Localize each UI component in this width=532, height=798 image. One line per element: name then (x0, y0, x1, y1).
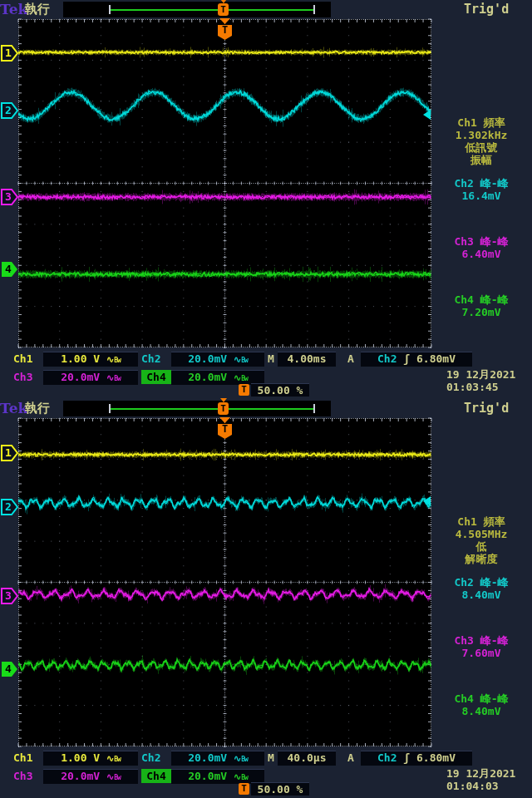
trigger-source: Ch2 (377, 751, 397, 764)
ch4-scale-value: 20.0mV (188, 371, 227, 383)
ch4-coupling-icon: ∿ (234, 372, 241, 383)
trigger-t-icon: T (239, 783, 249, 795)
acquisition-label: A (347, 751, 354, 765)
trigd-status: Trig'd (464, 2, 509, 17)
scope-screen-1: Tek 執行 T Trig'd Ch1 頻率 1.302kHz 低訊號 振幅 C… (0, 0, 532, 399)
ch4-bandwidth-icon: Bw (241, 774, 248, 781)
meas-ch2-title: Ch2 峰-峰 (432, 576, 530, 589)
ch2-bandwidth-icon: Bw (241, 357, 248, 364)
tek-logo: Tek (0, 1, 27, 17)
trigger-position-icon: T (218, 402, 229, 415)
meas-ch1-title: Ch1 頻率 (432, 515, 530, 528)
ch3-scale-box: 20.0mV ∿Bw (43, 370, 138, 385)
meas-ch1-value: 1.302kHz (432, 129, 530, 141)
ch1-bandwidth-icon: Bw (114, 756, 121, 763)
trigger-position-icon: T (218, 3, 229, 16)
meas-ch1-title: Ch1 頻率 (432, 116, 530, 129)
trigger-source: Ch2 (377, 352, 397, 365)
meas-ch2-title: Ch2 峰-峰 (432, 177, 530, 190)
record-right-bracket (313, 404, 315, 413)
trigd-status: Trig'd (464, 401, 509, 416)
meas-ch3-value: 7.60mV (432, 647, 530, 659)
meas-ch2-value: 16.4mV (432, 190, 530, 202)
oscilloscope-screenshots: Tek 執行 T Trig'd Ch1 頻率 1.302kHz 低訊號 振幅 C… (0, 0, 532, 798)
run-status-label: 執行 (25, 2, 50, 17)
meas-ch1-warn2: 解晰度 (432, 553, 530, 565)
time-readout: 01:03:45 (446, 380, 499, 394)
meas-ch3-title: Ch3 峰-峰 (432, 634, 530, 647)
trigger-slope-icon: ʃ (403, 751, 410, 764)
meas-ch4-title: Ch4 峰-峰 (432, 692, 530, 705)
meas-ch1-warn2: 振幅 (432, 154, 530, 166)
trigger-readout-box: Ch2 ʃ 6.80mV (361, 751, 472, 766)
ch3-bandwidth-icon: Bw (114, 375, 121, 382)
timebase-value: 40.0µs (278, 751, 336, 766)
ch1-coupling-icon: ∿ (106, 753, 114, 764)
meas-ch4-value: 7.20mV (432, 306, 530, 318)
meas-ch2-value: 8.40mV (432, 589, 530, 601)
ch3-readout-label: Ch3 (13, 370, 32, 384)
record-view-line (110, 408, 315, 410)
ch1-scale-box: 1.00 V ∿Bw (43, 751, 138, 766)
tek-logo: Tek (0, 400, 27, 416)
ch2-readout-label: Ch2 (141, 352, 160, 366)
ch1-bandwidth-icon: Bw (114, 357, 121, 364)
ch3-bandwidth-icon: Bw (114, 774, 121, 781)
meas-ch4-title: Ch4 峰-峰 (432, 293, 530, 306)
trigger-level: 6.80mV (416, 751, 456, 764)
trigger-slope-icon: ʃ (403, 352, 410, 365)
ch2-scale-value: 20.0mV (188, 751, 227, 764)
ch1-scale-box: 1.00 V ∿Bw (43, 352, 138, 367)
ch3-readout-label: Ch3 (13, 769, 32, 783)
ch2-bandwidth-icon: Bw (241, 756, 248, 763)
ch1-scale-value: 1.00 V (61, 352, 100, 365)
ch1-readout-label: Ch1 (13, 352, 32, 366)
timebase-label: M (268, 352, 274, 366)
trigger-position-percent: 50.00 % (251, 782, 309, 796)
ch4-coupling-icon: ∿ (234, 771, 241, 782)
ch4-scale-value: 20.0mV (188, 770, 227, 782)
ch3-coupling-icon: ∿ (106, 771, 114, 782)
meas-ch1-warn1: 低 (432, 540, 530, 553)
ch4-readout-label-selected: Ch4 (141, 370, 171, 384)
meas-ch1-value: 4.505MHz (432, 528, 530, 540)
ch1-readout-label: Ch1 (13, 751, 32, 765)
ch2-scale-box: 20.0mV ∿Bw (171, 751, 264, 766)
time-readout: 01:04:03 (446, 779, 499, 793)
ch2-coupling-icon: ∿ (234, 354, 241, 365)
scope-screen-2: Tek 執行 T Trig'd Ch1 頻率 4.505MHz 低 解晰度 Ch… (0, 399, 532, 798)
meas-ch3-value: 6.40mV (432, 248, 530, 260)
timebase-label: M (268, 751, 274, 765)
run-status-label: 執行 (25, 401, 50, 416)
ch2-readout-label: Ch2 (141, 751, 160, 765)
record-right-bracket (313, 5, 315, 14)
ch2-scale-box: 20.0mV ∿Bw (171, 352, 264, 367)
ch4-readout-label-selected: Ch4 (141, 769, 171, 783)
horizontal-position-bar: T (63, 2, 331, 17)
ch2-scale-value: 20.0mV (188, 352, 227, 365)
ch1-scale-value: 1.00 V (61, 751, 100, 764)
meas-ch1-warn1: 低訊號 (432, 141, 530, 154)
ch3-scale-value: 20.0mV (61, 770, 100, 782)
meas-ch4-value: 8.40mV (432, 705, 530, 717)
trigger-level: 6.80mV (416, 352, 456, 365)
timebase-value: 4.00ms (278, 352, 336, 367)
meas-ch3-title: Ch3 峰-峰 (432, 235, 530, 248)
trigger-position-percent: 50.00 % (251, 383, 309, 397)
ch3-coupling-icon: ∿ (106, 372, 114, 383)
trigger-readout-box: Ch2 ʃ 6.80mV (361, 352, 472, 367)
ch3-scale-box: 20.0mV ∿Bw (43, 769, 138, 784)
ch3-scale-value: 20.0mV (61, 371, 100, 383)
record-view-line (110, 9, 315, 11)
ch2-coupling-icon: ∿ (234, 753, 241, 764)
acquisition-label: A (347, 352, 354, 366)
trigger-t-icon: T (239, 384, 249, 396)
record-left-bracket (109, 5, 111, 14)
horizontal-position-bar: T (63, 401, 331, 416)
record-left-bracket (109, 404, 111, 413)
ch1-coupling-icon: ∿ (106, 354, 114, 365)
ch4-bandwidth-icon: Bw (241, 375, 248, 382)
